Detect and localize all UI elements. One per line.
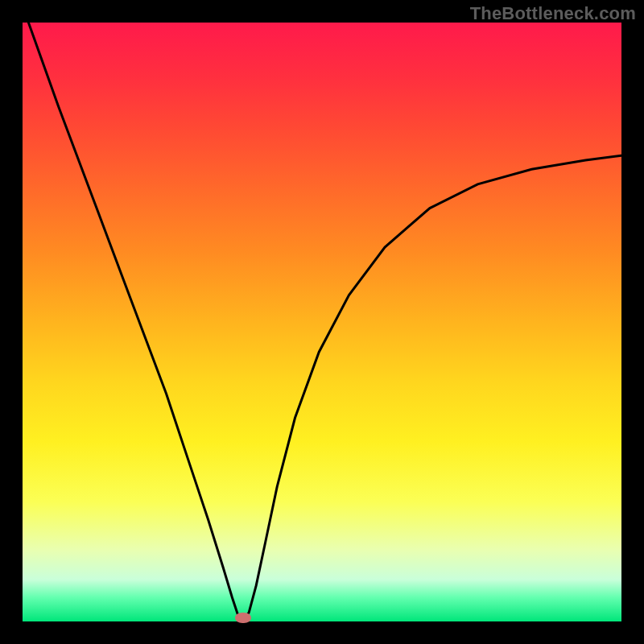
curve-svg xyxy=(23,23,621,621)
chart-frame: TheBottleneck.com xyxy=(0,0,644,644)
watermark-text: TheBottleneck.com xyxy=(470,3,636,24)
optimum-marker xyxy=(235,613,251,623)
bottleneck-curve xyxy=(28,23,621,621)
plot-area xyxy=(23,23,621,621)
